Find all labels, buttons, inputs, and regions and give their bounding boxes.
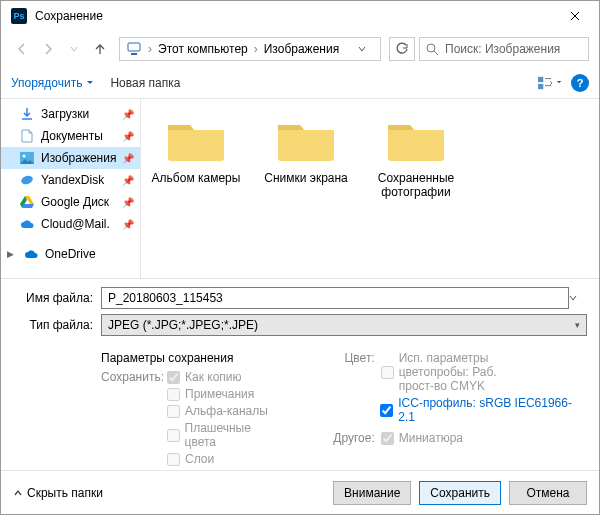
options-header: Параметры сохранения [101,351,285,365]
close-button[interactable] [552,1,597,31]
svg-rect-1 [131,53,137,55]
image-icon [19,150,35,166]
pin-icon: 📌 [122,175,134,186]
toolbar: Упорядочить Новая папка ? [1,67,599,99]
chevron-down-icon [569,294,577,302]
filetype-label: Тип файла: [13,318,101,332]
help-button[interactable]: ? [571,74,589,92]
folder-item[interactable]: Альбом камеры [151,115,241,185]
recent-button[interactable] [63,38,85,60]
breadcrumb-dropdown[interactable] [358,45,378,53]
chevron-up-icon [13,488,23,498]
sidebar-item-onedrive[interactable]: ▶ OneDrive [1,243,140,265]
cloud-icon [19,216,35,232]
svg-rect-3 [538,76,543,81]
view-button[interactable] [537,72,563,94]
sidebar-item-label: Cloud@Mail. [41,217,110,231]
svg-rect-4 [538,83,543,88]
folder-icon [384,115,448,163]
sidebar-item-label: YandexDisk [41,173,104,187]
chevron-down-icon [70,45,78,53]
save-dialog: Ps Сохранение › Этот компьютер › Изображ… [0,0,600,515]
cancel-button[interactable]: Отмена [509,481,587,505]
footer: Скрыть папки Внимание Сохранить Отмена [1,470,599,514]
crumb-current[interactable]: Изображения [260,42,343,56]
icc-checkbox[interactable]: ICC-профиль: sRGB IEC61966-2.1 [380,396,587,424]
chevron-down-icon [358,45,366,53]
arrow-right-icon [41,42,55,56]
hide-folders-button[interactable]: Скрыть папки [13,486,103,500]
svg-point-7 [20,174,34,186]
folder-icon [274,115,338,163]
folder-label: Снимки экрана [261,171,351,185]
chevron-right-icon: ▶ [7,249,17,259]
sidebar-item-label: OneDrive [45,247,96,261]
body: Загрузки 📌 Документы 📌 Изображения 📌 Yan… [1,99,599,278]
sidebar-item-downloads[interactable]: Загрузки 📌 [1,103,140,125]
chevron-right-icon: › [146,42,154,56]
layers-checkbox[interactable]: Слои [167,452,214,466]
folder-item[interactable]: Снимки экрана [261,115,351,185]
arrow-up-icon [93,42,107,56]
notes-checkbox[interactable]: Примечания [167,387,254,401]
thumb-checkbox[interactable]: Миниатюра [381,431,463,445]
filetype-select[interactable]: JPEG (*.JPG;*.JPEG;*.JPE) ▾ [101,314,587,336]
as-copy-checkbox[interactable]: Как копию [167,370,242,384]
folder-label: Альбом камеры [151,171,241,185]
save-button[interactable]: Сохранить [419,481,501,505]
svg-point-2 [427,44,435,52]
arrow-left-icon [15,42,29,56]
back-button[interactable] [11,38,33,60]
close-icon [570,11,580,21]
onedrive-icon [23,246,39,262]
app-icon: Ps [11,8,27,24]
new-folder-button[interactable]: Новая папка [110,76,180,90]
search-input[interactable]: Поиск: Изображения [419,37,589,61]
pin-icon: 📌 [122,153,134,164]
organize-button[interactable]: Упорядочить [11,76,94,90]
sidebar-item-label: Загрузки [41,107,89,121]
download-icon [19,106,35,122]
sidebar-item-images[interactable]: Изображения 📌 [1,147,140,169]
refresh-button[interactable] [389,37,415,61]
sidebar: Загрузки 📌 Документы 📌 Изображения 📌 Yan… [1,99,141,278]
sidebar-item-label: Документы [41,129,103,143]
chevron-down-icon: ▾ [575,320,580,330]
sidebar-item-mailcloud[interactable]: Cloud@Mail. 📌 [1,213,140,235]
folder-icon [164,115,228,163]
spot-checkbox[interactable]: Плашечные цвета [167,421,285,449]
pin-icon: 📌 [122,219,134,230]
sidebar-item-label: Google Диск [41,195,109,209]
filename-label: Имя файла: [13,291,101,305]
filename-dropdown[interactable] [569,294,587,302]
warning-button[interactable]: Внимание [333,481,411,505]
titlebar: Ps Сохранение [1,1,599,31]
other-label: Другое: [315,431,375,445]
sidebar-item-documents[interactable]: Документы 📌 [1,125,140,147]
up-button[interactable] [89,38,111,60]
pin-icon: 📌 [122,109,134,120]
content-area[interactable]: Альбом камеры Снимки экрана Сохраненные … [141,99,599,278]
nav-row: › Этот компьютер › Изображения Поиск: Из… [1,31,599,67]
cmyk-checkbox[interactable]: Исп. параметрыцветопробы: Раб.прост-во C… [381,351,497,393]
doc-icon [19,128,35,144]
chevron-down-icon [556,79,562,86]
forward-button[interactable] [37,38,59,60]
sidebar-item-gdrive[interactable]: Google Диск 📌 [1,191,140,213]
color-label: Цвет: [315,351,375,393]
crumb-root[interactable]: Этот компьютер [154,42,252,56]
svg-rect-0 [128,43,140,51]
sidebar-item-yandexdisk[interactable]: YandexDisk 📌 [1,169,140,191]
alpha-checkbox[interactable]: Альфа-каналы [167,404,268,418]
pin-icon: 📌 [122,131,134,142]
svg-point-6 [23,155,26,158]
pin-icon: 📌 [122,197,134,208]
window-title: Сохранение [35,9,552,23]
breadcrumb[interactable]: › Этот компьютер › Изображения [119,37,381,61]
chevron-right-icon: › [252,42,260,56]
refresh-icon [395,42,409,56]
save-label: Сохранить: [101,370,161,384]
gdrive-icon [19,194,35,210]
filename-input[interactable] [101,287,569,309]
folder-item[interactable]: Сохраненные фотографии [371,115,461,199]
